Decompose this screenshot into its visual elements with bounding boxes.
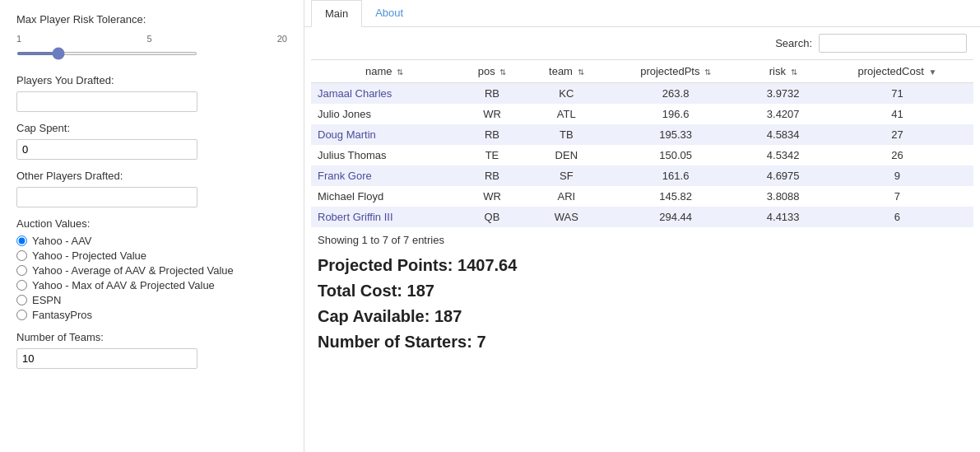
cell-name: Doug Martin <box>311 124 457 145</box>
players-table: name ⇅ pos ⇅ team ⇅ projectedPts ⇅ risk … <box>311 59 973 227</box>
cell-projectedCost: 26 <box>821 145 973 165</box>
cell-risk: 4.6975 <box>745 165 821 186</box>
auction-values-radio-group: Yahoo - AAV Yahoo - Projected Value Yaho… <box>16 235 287 321</box>
table-row: Julio JonesWRATL196.63.420741 <box>311 104 973 124</box>
tab-about[interactable]: About <box>362 0 416 27</box>
radio-yahoo-max[interactable] <box>16 280 27 291</box>
sort-projcost-icon: ▼ <box>928 68 936 77</box>
cell-projectedCost: 71 <box>821 83 973 105</box>
cell-pos: TE <box>457 145 527 165</box>
cap-spent-label: Cap Spent: <box>16 122 287 134</box>
radio-yahoo-projected[interactable] <box>16 250 27 261</box>
col-name[interactable]: name ⇅ <box>311 60 457 83</box>
cell-risk: 3.8088 <box>745 186 821 207</box>
other-players-label: Other Players Drafted: <box>16 170 287 182</box>
search-label: Search: <box>775 37 812 49</box>
other-players-input[interactable] <box>16 187 197 207</box>
risk-tolerance-slider[interactable] <box>16 52 197 55</box>
cell-team: ATL <box>527 104 606 124</box>
total-cost-label: Total Cost: <box>318 282 402 300</box>
radio-item-fantasypros: FantasyPros <box>16 309 287 321</box>
cell-risk: 4.5834 <box>745 124 821 145</box>
cell-pos: QB <box>457 207 527 227</box>
radio-fantasypros-label: FantasyPros <box>32 309 92 321</box>
cell-projectedPts: 196.6 <box>606 104 745 124</box>
cell-name: Robert Griffin III <box>311 207 457 227</box>
col-projected-pts[interactable]: projectedPts ⇅ <box>606 60 745 83</box>
cell-projectedCost: 9 <box>821 165 973 186</box>
cell-projectedPts: 294.44 <box>606 207 745 227</box>
cell-name: Frank Gore <box>311 165 457 186</box>
cap-available-value: 187 <box>434 307 462 325</box>
radio-yahoo-projected-label: Yahoo - Projected Value <box>32 249 146 262</box>
table-row: Frank GoreRBSF161.64.69759 <box>311 165 973 186</box>
num-teams-input[interactable] <box>16 348 197 369</box>
cap-available-stat: Cap Available: 187 <box>318 307 967 326</box>
cell-risk: 3.4207 <box>745 104 821 124</box>
radio-fantasypros[interactable] <box>16 310 27 320</box>
cap-spent-input[interactable] <box>16 139 197 160</box>
radio-yahoo-max-label: Yahoo - Max of AAV & Projected Value <box>32 279 215 291</box>
radio-item-yahoo-projected: Yahoo - Projected Value <box>16 249 287 262</box>
total-cost-value: 187 <box>407 282 434 300</box>
cell-team: KC <box>527 83 606 105</box>
radio-item-yahoo-max: Yahoo - Max of AAV & Projected Value <box>16 279 287 291</box>
cell-risk: 3.9732 <box>745 83 821 105</box>
cell-pos: RB <box>457 124 527 145</box>
cell-projectedPts: 150.05 <box>606 145 745 165</box>
radio-item-yahoo-aav: Yahoo - AAV <box>16 235 287 247</box>
table-row: Jamaal CharlesRBKC263.83.973271 <box>311 83 973 105</box>
cell-projectedPts: 161.6 <box>606 165 745 186</box>
cell-risk: 4.5342 <box>745 145 821 165</box>
radio-item-yahoo-avg: Yahoo - Average of AAV & Projected Value <box>16 264 287 277</box>
cell-projectedPts: 195.33 <box>606 124 745 145</box>
tabs: Main About <box>304 0 980 27</box>
players-drafted-label: Players You Drafted: <box>16 74 287 86</box>
col-risk[interactable]: risk ⇅ <box>745 60 821 83</box>
radio-yahoo-aav[interactable] <box>16 235 27 246</box>
radio-espn[interactable] <box>16 295 27 305</box>
cell-team: ARI <box>527 186 606 207</box>
cell-team: DEN <box>527 145 606 165</box>
cell-team: SF <box>527 165 606 186</box>
cell-risk: 4.4133 <box>745 207 821 227</box>
cell-name: Julio Jones <box>311 104 457 124</box>
col-projected-cost[interactable]: projectedCost ▼ <box>821 60 973 83</box>
players-drafted-input[interactable] <box>16 91 197 112</box>
cell-projectedPts: 263.8 <box>606 83 745 105</box>
num-starters-label: Number of Starters: <box>318 333 472 351</box>
left-panel: Max Player Risk Tolerance: 1 5 20 Player… <box>0 0 304 452</box>
slider-tick-min: 1 <box>16 34 21 44</box>
cell-projectedCost: 41 <box>821 104 973 124</box>
cell-name: Jamaal Charles <box>311 83 457 105</box>
cell-name: Julius Thomas <box>311 145 457 165</box>
search-bar: Search: <box>304 27 980 59</box>
projected-points-label: Projected Points: <box>318 256 453 274</box>
sort-projpts-icon: ⇅ <box>704 68 711 77</box>
projected-points-value: 1407.64 <box>457 256 517 274</box>
cell-pos: RB <box>457 165 527 186</box>
stats-section: Projected Points: 1407.64 Total Cost: 18… <box>304 253 980 452</box>
cell-projectedCost: 7 <box>821 186 973 207</box>
cell-team: WAS <box>527 207 606 227</box>
cell-projectedPts: 145.82 <box>606 186 745 207</box>
cell-pos: WR <box>457 186 527 207</box>
slider-tick-mid: 5 <box>146 34 151 44</box>
auction-values-label: Auction Values: <box>16 217 287 230</box>
table-header-row: name ⇅ pos ⇅ team ⇅ projectedPts ⇅ risk … <box>311 60 973 83</box>
showing-entries: Showing 1 to 7 of 7 entries <box>304 227 980 253</box>
tab-main[interactable]: Main <box>311 0 362 27</box>
slider-tick-max: 20 <box>277 34 287 44</box>
search-input[interactable] <box>819 34 967 53</box>
col-team[interactable]: team ⇅ <box>527 60 606 83</box>
col-pos[interactable]: pos ⇅ <box>457 60 527 83</box>
sort-risk-icon: ⇅ <box>791 68 797 77</box>
cell-team: TB <box>527 124 606 145</box>
radio-espn-label: ESPN <box>32 294 61 306</box>
table-row: Michael FloydWRARI145.823.80887 <box>311 186 973 207</box>
sort-pos-icon: ⇅ <box>499 68 506 77</box>
table-body: Jamaal CharlesRBKC263.83.973271Julio Jon… <box>311 83 973 228</box>
sort-team-icon: ⇅ <box>578 68 584 77</box>
radio-yahoo-avg[interactable] <box>16 265 27 276</box>
cell-name: Michael Floyd <box>311 186 457 207</box>
